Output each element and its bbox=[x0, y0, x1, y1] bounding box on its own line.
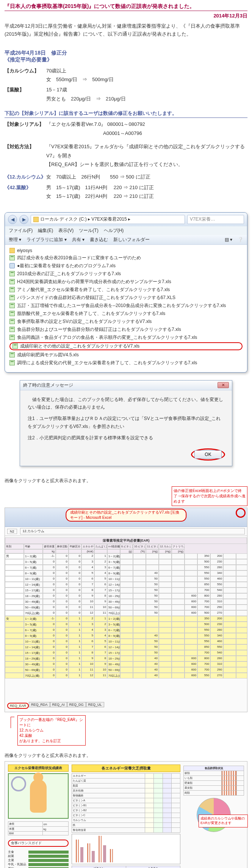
toolbar-item[interactable]: 整理 ▾ bbox=[9, 237, 21, 243]
spreadsheet-grid[interactable]: 栄養素等推定平均必要量(EAR)性別年齢参照体重身体活動年齢区分エネルギーたんぱ… bbox=[5, 537, 247, 700]
intro-text: 平成26年12月3日に厚生労働省・健康局がん対策・健康増進課栄養指導室より、《『… bbox=[5, 22, 247, 38]
xls-icon bbox=[13, 343, 18, 349]
xls-icon bbox=[9, 287, 15, 292]
excel-screenshot-2[interactable]: エクセル栄養君摂取状況成績表 身長cm体重kgBMI 食事バランスガイド 主食副… bbox=[5, 761, 247, 868]
formula-bar[interactable]: 12.カルシウム bbox=[20, 528, 245, 534]
dialog-title: 終了時の注意メッセージ bbox=[23, 382, 73, 389]
file-item[interactable]: 五訂・五訂増補で作成したユーザ食品成分表を--2010食品成分表に変換これをダブ… bbox=[9, 302, 243, 310]
file-name: 食事摂取基準の設定とSVの設定_これをダブルクリックするV7.xls bbox=[17, 318, 152, 325]
menu-item[interactable]: ファイル(F) bbox=[9, 227, 33, 234]
sheet-tab[interactable]: REQ_DG bbox=[67, 702, 86, 707]
file-item[interactable]: 食品群分類およびユーザ食品群分類の登録訂正はこれをダブルクリックする7.xls bbox=[9, 326, 243, 334]
c42-value-1: 男 15～17(歳) 11行AH列 220 ⇒ 210 に訂正 bbox=[46, 183, 247, 192]
bottom-annotation: ブックの一番左端の『REQ_EAR』シートに 12.カルシウム 42.葉酸 があ… bbox=[17, 715, 86, 746]
file-item[interactable]: H24国民栄養調査結果からの荷重平均成分表作成のためサンプルデータ7.xls bbox=[9, 278, 243, 286]
search-placeholder: V7EX栄養… bbox=[190, 216, 215, 222]
c42-label: 《42.葉酸》 bbox=[5, 183, 46, 201]
name-box[interactable]: N2 bbox=[7, 529, 17, 534]
menu-bar: ファイル(F)編集(E)表示(V)ツール(T)ヘルプ(H) bbox=[5, 226, 247, 235]
page-title: 『日本人の食事摂取基準(2015年版)』について数値の正誤表が発表されました。 bbox=[5, 3, 247, 11]
back-button[interactable]: ◀ bbox=[8, 215, 17, 224]
calcium-value: 女 550mg/日 ⇒ 500mg/日 bbox=[46, 75, 247, 84]
sheet-tab[interactable]: REQ_AI bbox=[50, 702, 67, 707]
file-item[interactable]: 食品同義語・食品ダイアログの食品名・表示順序の変更_これをダブルクリックする7.… bbox=[9, 334, 243, 342]
file-item[interactable]: 成績印刷とその他の設定_これをダブルクリックするV7.xls bbox=[9, 342, 243, 350]
toolbar-item[interactable]: 書き込む bbox=[90, 237, 108, 243]
dialog-p1: 値を変更した場合は、このブックを閉じる時、必ず保存してから閉じてください。値を変… bbox=[28, 396, 224, 411]
ok-button[interactable]: OK bbox=[194, 450, 222, 459]
c12-value: 女 70歳以上 26行N列 550 ⇒ 500 に訂正 bbox=[46, 172, 247, 181]
ok-highlight: OK bbox=[191, 448, 225, 461]
file-name: アミノ酸代替_エクセル栄養君を終了して、これをダブルクリックする7.xls bbox=[17, 287, 170, 293]
method-label: 【対処方法】 bbox=[5, 142, 46, 169]
publish-date: 2014年12月3日 bbox=[5, 13, 247, 19]
balance-guide-title: 食事バランスガイド bbox=[8, 840, 69, 847]
calcium-age: 70歳以上 bbox=[46, 66, 247, 75]
file-name: 四訂成分表を成分表2010食品コードに変換するユーザのため bbox=[17, 255, 141, 261]
file-item[interactable]: バランスガイドの食品群対応表の登録訂正_これをダブルクリックする67.XLS bbox=[9, 294, 243, 302]
xls-icon bbox=[9, 303, 15, 308]
search-input[interactable]: V7EX栄養… bbox=[187, 215, 244, 224]
c42-value-2: 女 15～17(歳) 22行AH列 220 ⇒ 210 に訂正 bbox=[46, 192, 247, 201]
xls-icon bbox=[9, 271, 15, 276]
menu-item[interactable]: ツール(T) bbox=[79, 227, 98, 234]
file-item[interactable]: eiyosys bbox=[9, 247, 243, 254]
file-name: バランスガイドの食品群対応表の登録訂正_これをダブルクリックする67.XLS bbox=[17, 295, 175, 301]
iodine-value: 男女とも 220μg/日 ⇒ 210μg/日 bbox=[46, 94, 247, 103]
toolbar: 整理 ▾ライブラリに追加 ▾共有 ▾書き込む新しいフォルダー▤ ▾❔ bbox=[5, 235, 247, 245]
address-bar[interactable]: ローカル ディスク (C:) ▸ V7EX栄養君2015 ▸ bbox=[31, 215, 185, 224]
file-item[interactable]: 2010成分表の訂正_これをダブルクリックする7.xls bbox=[9, 270, 243, 278]
file-name: eiyosys bbox=[17, 248, 32, 253]
serial-label: 【対象シリアル】 bbox=[5, 121, 46, 128]
file-item[interactable]: 脂肪酸代替_エクセル栄養君を終了して、これをダブルクリックする7.xls bbox=[9, 310, 243, 318]
xls-icon bbox=[9, 327, 15, 332]
dialog-p3: 注2．小児肥満判定の肥満度を計算する標準体重を設定できる bbox=[28, 434, 224, 442]
nutrient-table: エネルギーたんぱく質脂質炭水化物食物繊維ビタミンAビタミンB1ビタミンB2ビタミ… bbox=[72, 773, 180, 833]
method-line-2: 【REQ_EAR】シートを選択し数値の訂正を行ってください。 bbox=[46, 160, 247, 169]
c12-label: 《12.カルシウム》 bbox=[5, 172, 46, 181]
toolbar-item[interactable]: 新しいフォルダー bbox=[113, 237, 150, 243]
view-icon[interactable]: ▤ ▾ bbox=[225, 237, 232, 242]
address-path: ローカル ディスク (C:) ▸ V7EX栄養君2015 ▸ bbox=[40, 216, 130, 222]
file-item[interactable]: 成績印刷肥満モデル図V4.5.xls bbox=[9, 351, 243, 359]
excel-screenshot-1[interactable]: 成績印刷とその他の設定_これをダブルクリックするV7.xls [互換モード] -… bbox=[5, 508, 247, 712]
sheet-tab[interactable]: REQ_UL bbox=[86, 702, 104, 707]
file-item[interactable]: 調理による成分変化の代替_エクセル栄養君を終了して、これをダブルクリックする7.… bbox=[9, 359, 243, 367]
file-item[interactable]: アミノ酸代替_エクセル栄養君を終了して、これをダブルクリックする7.xls bbox=[9, 286, 243, 294]
xls-icon bbox=[9, 319, 15, 324]
file-item[interactable]: 食事摂取基準の設定とSVの設定_これをダブルクリックするV7.xls bbox=[9, 318, 243, 326]
toolbar-item[interactable]: 共有 ▾ bbox=[72, 237, 85, 243]
close-icon[interactable]: ✕ bbox=[218, 382, 229, 388]
xls-icon bbox=[9, 279, 15, 284]
help-icon[interactable]: ❔ bbox=[238, 237, 243, 242]
menu-item[interactable]: ヘルプ(H) bbox=[104, 227, 124, 234]
forward-button[interactable]: ▶ bbox=[19, 215, 28, 224]
section-name: 《推定平均必要量》 bbox=[5, 56, 247, 63]
sheet-tab-active[interactable]: REQ_EAR bbox=[7, 703, 29, 709]
top-annotation: 値の修正後Excel画面右上の×ボタンで終了⇒保存するので次図から成績表作成へ進… bbox=[172, 486, 247, 506]
message-dialog: 終了時の注意メッセージ ✕ 値を変更した場合は、このブックを閉じる時、必ず保存し… bbox=[20, 380, 232, 467]
menu-item[interactable]: 編集(E) bbox=[38, 227, 53, 234]
block-title: 各エネルギー栄養欠乏摂取量 bbox=[72, 765, 180, 772]
bar-chart bbox=[72, 834, 180, 864]
image-caption-2: 画像をクリックすると拡大表示されます。 bbox=[5, 752, 247, 759]
sheet-tab[interactable]: REQ_RDA bbox=[29, 702, 50, 707]
xls-icon bbox=[9, 255, 15, 260]
iodine-age: 15－17歳 bbox=[46, 85, 247, 94]
menu-item[interactable]: 表示(V) bbox=[58, 227, 74, 234]
body-figure bbox=[8, 773, 69, 819]
xls-icon bbox=[9, 335, 15, 340]
file-name: 食品同義語・食品ダイアログの食品名・表示順序の変更_これをダブルクリックする7.… bbox=[17, 334, 197, 341]
drive-icon bbox=[33, 217, 39, 222]
report-title: エクセル栄養君摂取状況成績表 bbox=[8, 765, 69, 772]
xls-icon bbox=[9, 311, 15, 316]
file-name: 成績印刷肥満モデル図V4.5.xls bbox=[17, 352, 79, 358]
file-name: 2010成分表の訂正_これをダブルクリックする7.xls bbox=[17, 271, 121, 277]
file-item[interactable]: 四訂成分表を成分表2010食品コードに変換するユーザのため bbox=[9, 254, 243, 262]
file-item[interactable]: ●最初に栄養君を登録するためのプログラム7.xls bbox=[9, 262, 243, 270]
revision-date: 平成26年4月18日 修正分 bbox=[5, 50, 247, 56]
folder-icon bbox=[9, 248, 15, 253]
calcium-label: 【カルシウム】 bbox=[5, 66, 46, 84]
file-name: 食品群分類およびユーザ食品群分類の登録訂正はこれをダブルクリックする7.xls bbox=[17, 326, 181, 333]
toolbar-item[interactable]: ライブラリに追加 ▾ bbox=[27, 237, 66, 243]
